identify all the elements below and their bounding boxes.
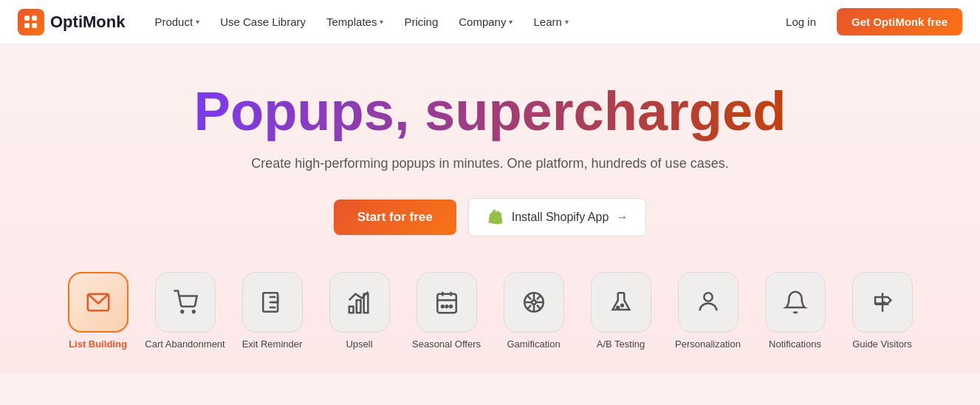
feature-label-personalization: Personalization (675, 338, 741, 351)
svg-point-13 (445, 306, 448, 308)
get-optimonk-button[interactable]: Get OptiMonk free (837, 8, 962, 35)
svg-line-24 (536, 296, 540, 299)
arrow-icon: → (616, 211, 628, 224)
cart-icon-wrap (155, 272, 216, 333)
chevron-down-icon: ▾ (196, 18, 199, 26)
feature-label-ab-testing: A/B Testing (597, 338, 645, 351)
flask-icon-wrap (591, 272, 651, 333)
wheel-icon-wrap (504, 272, 564, 333)
nav-actions: Log in Get OptiMonk free (777, 8, 962, 35)
navbar: OptiMonk Product▾Use Case LibraryTemplat… (0, 0, 980, 44)
hero-title: Popups, supercharged (194, 81, 787, 141)
hero-buttons: Start for free Install Shopify App → (334, 198, 647, 236)
svg-rect-6 (349, 307, 353, 313)
upsell-icon-wrap (329, 272, 390, 333)
logo-text: OptiMonk (50, 13, 125, 32)
signpost-icon-wrap (852, 272, 913, 333)
chevron-down-icon: ▾ (380, 18, 383, 26)
svg-point-15 (450, 306, 452, 308)
hero-subtitle: Create high-performing popups in minutes… (251, 156, 728, 171)
svg-point-14 (441, 306, 443, 308)
svg-rect-7 (356, 301, 360, 313)
feature-item-list-building[interactable]: List Building (58, 272, 139, 351)
svg-point-17 (532, 301, 536, 305)
logo[interactable]: OptiMonk (18, 9, 125, 35)
nav-link-templates[interactable]: Templates▾ (318, 11, 392, 33)
svg-line-23 (536, 305, 540, 309)
nav-links: Product▾Use Case LibraryTemplates▾Pricin… (145, 11, 777, 33)
feature-item-cart-abandonment[interactable]: Cart Abandonment (145, 272, 226, 351)
svg-line-22 (527, 296, 530, 299)
svg-point-28 (704, 293, 712, 302)
feature-label-upsell: Upsell (346, 338, 372, 351)
email-icon-wrap (68, 272, 129, 333)
svg-line-25 (527, 305, 530, 309)
feature-label-list-building: List Building (69, 338, 127, 351)
start-for-free-button[interactable]: Start for free (334, 200, 456, 235)
shopify-icon (487, 208, 504, 226)
feature-label-seasonal-offers: Seasonal Offers (412, 338, 481, 351)
svg-point-2 (192, 311, 194, 313)
nav-link-learn[interactable]: Learn▾ (524, 11, 577, 33)
install-shopify-button[interactable]: Install Shopify App → (468, 198, 647, 236)
feature-item-personalization[interactable]: Personalization (668, 272, 749, 351)
login-button[interactable]: Log in (777, 11, 825, 33)
svg-point-27 (621, 304, 623, 307)
hero-section: Popups, supercharged Create high-perform… (0, 44, 980, 373)
chevron-down-icon: ▾ (509, 18, 513, 26)
feature-item-gamification[interactable]: Gamification (493, 272, 575, 351)
logo-icon (18, 9, 44, 35)
feature-item-upsell[interactable]: Upsell (319, 272, 400, 351)
nav-link-product[interactable]: Product▾ (145, 11, 208, 33)
feature-item-guide-visitors[interactable]: Guide Visitors (842, 272, 923, 351)
nav-link-company[interactable]: Company▾ (450, 11, 521, 33)
svg-point-1 (181, 311, 183, 313)
feature-label-notifications: Notifications (769, 338, 821, 351)
person-icon-wrap (678, 272, 739, 333)
nav-link-use-case-library[interactable]: Use Case Library (211, 11, 315, 33)
svg-rect-8 (363, 294, 368, 313)
feature-label-gamification: Gamification (507, 338, 560, 351)
feature-item-seasonal-offers[interactable]: Seasonal Offers (406, 272, 487, 351)
feature-label-exit-reminder: Exit Reminder (242, 338, 303, 351)
svg-rect-9 (437, 294, 456, 313)
nav-link-pricing[interactable]: Pricing (395, 11, 447, 33)
feature-item-exit-reminder[interactable]: Exit Reminder (232, 272, 313, 351)
feature-item-notifications[interactable]: Notifications (755, 272, 836, 351)
shopify-label: Install Shopify App (512, 211, 609, 224)
chevron-down-icon: ▾ (565, 18, 569, 26)
feature-label-guide-visitors: Guide Visitors (852, 338, 912, 351)
bell-icon-wrap (765, 272, 826, 333)
feature-item-ab-testing[interactable]: A/B Testing (580, 272, 662, 351)
calendar-icon-wrap (417, 272, 477, 333)
exit-icon-wrap (242, 272, 303, 333)
feature-label-cart-abandonment: Cart Abandonment (145, 338, 225, 351)
svg-point-26 (617, 307, 619, 309)
features-row: List BuildingCart AbandonmentExit Remind… (43, 272, 938, 351)
